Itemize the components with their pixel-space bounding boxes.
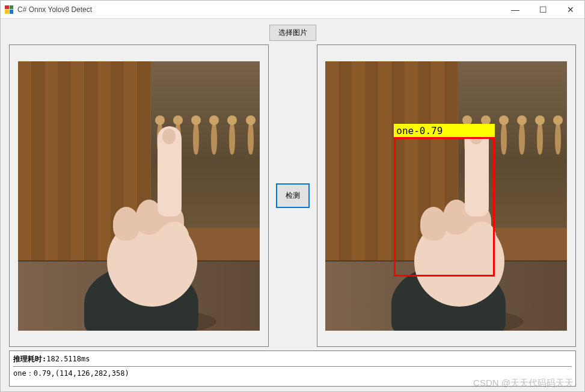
source-image-panel [9,44,269,347]
output-line-inference-time: 推理耗时:182.5118ms [13,354,572,365]
maximize-button[interactable]: ☐ [529,1,557,18]
close-button[interactable]: ✕ [557,1,584,18]
inference-time-prefix: 推理耗时: [13,355,46,363]
detection-label: one-0.79 [394,124,495,138]
client-area: 选择图片 [1,19,584,391]
center-column: 检测 [275,44,311,347]
top-toolbar: 选择图片 [9,25,576,41]
inference-time-value: 182.5118ms [46,355,90,363]
app-icon [4,5,14,14]
output-text-panel[interactable]: 推理耗时:182.5118ms one：0.79,(114,126,282,35… [9,351,576,387]
window-title: C# Onnx Yolov8 Detect [17,5,92,14]
title-left: C# Onnx Yolov8 Detect [4,5,92,14]
title-bar[interactable]: C# Onnx Yolov8 Detect — ☐ ✕ [1,1,584,19]
output-line-detection: one：0.79,(114,126,282,358) [13,368,572,379]
result-image: one-0.79 [325,61,567,331]
minimize-button[interactable]: — [501,1,529,18]
select-image-button[interactable]: 选择图片 [269,25,316,41]
source-image [18,61,260,331]
detect-button[interactable]: 检测 [276,183,310,208]
app-window: C# Onnx Yolov8 Detect — ☐ ✕ 选择图片 [0,0,585,392]
result-image-panel: one-0.79 [317,44,577,347]
main-area: 检测 [9,44,576,347]
detection-bounding-box [394,137,495,277]
window-controls: — ☐ ✕ [501,1,584,18]
